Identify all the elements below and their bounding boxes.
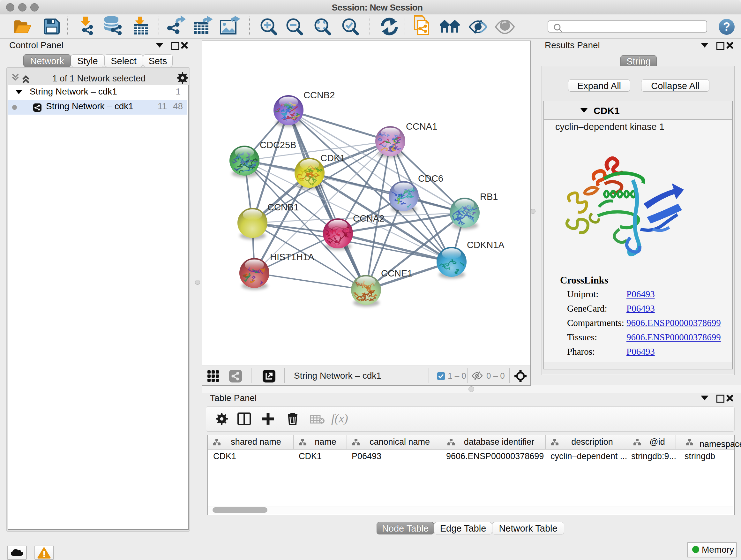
svg-text:CCNA1: CCNA1 bbox=[406, 121, 437, 132]
svg-text:RB1: RB1 bbox=[480, 192, 498, 202]
svg-text:CDK1: CDK1 bbox=[320, 153, 345, 163]
svg-text:CCNB1: CCNB1 bbox=[267, 202, 299, 212]
svg-text:CCNA2: CCNA2 bbox=[353, 213, 384, 224]
svg-text:CCNB2: CCNB2 bbox=[304, 90, 335, 100]
svg-text:CDC25B: CDC25B bbox=[260, 140, 296, 150]
svg-text:CDC6: CDC6 bbox=[418, 173, 443, 184]
svg-text:CCNE1: CCNE1 bbox=[381, 268, 412, 278]
svg-text:CDKN1A: CDKN1A bbox=[467, 240, 504, 250]
svg-text:HIST1H1A: HIST1H1A bbox=[270, 252, 314, 262]
